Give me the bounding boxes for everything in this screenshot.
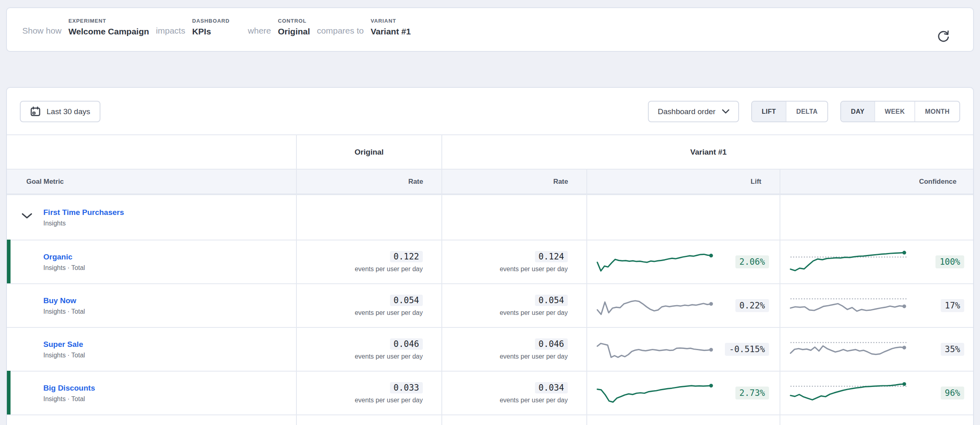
variant-rate-cell: 0.034 events per user per day — [441, 371, 586, 414]
connector-text: Show how — [22, 26, 62, 36]
lift-cell: 2.73% — [586, 371, 780, 414]
partial-row — [7, 414, 974, 425]
toggle-option-month[interactable]: MONTH — [914, 102, 959, 121]
control-value[interactable]: Original — [278, 27, 310, 36]
experiment-selector[interactable]: EXPERIMENT Welcome Campaign — [68, 18, 149, 36]
original-rate-value: 0.054 — [390, 295, 423, 306]
toggle-option-day[interactable]: DAY — [841, 102, 874, 121]
metric-row: Big Discounts Insights · Total 0.033 eve… — [7, 371, 974, 414]
variant-rate-value: 0.124 — [535, 251, 568, 262]
variant-selector[interactable]: VARIANT Variant #1 — [371, 18, 411, 36]
lift-sparkline — [596, 336, 714, 363]
variant-value[interactable]: Variant #1 — [371, 27, 411, 36]
col-lift: Lift — [586, 169, 780, 194]
lift-sparkline — [596, 380, 714, 406]
variant-rate-value: 0.054 — [535, 295, 568, 306]
rate-unit: events per user per day — [500, 397, 568, 404]
table-group-header-row: Original Variant #1 — [7, 134, 974, 169]
report-card: Last 30 days Dashboard order LIFTDELTA D… — [6, 87, 974, 425]
toggle-option-week[interactable]: WEEK — [874, 102, 915, 121]
dashboard-order-dropdown[interactable]: Dashboard order — [648, 101, 739, 122]
original-rate-value: 0.046 — [390, 338, 423, 350]
confidence-value: 17% — [941, 299, 964, 312]
metric-row: Super Sale Insights · Total 0.046 events… — [7, 327, 974, 371]
lift-delta-toggle: LIFTDELTA — [751, 101, 828, 122]
dashboard-value[interactable]: KPIs — [192, 27, 230, 36]
experiment-label: EXPERIMENT — [68, 18, 149, 24]
date-range-button[interactable]: Last 30 days — [20, 101, 100, 122]
experiment-value[interactable]: Welcome Campaign — [68, 27, 149, 36]
row-accent-bar — [7, 240, 11, 284]
confidence-cell: 96% — [780, 371, 974, 414]
control-selector[interactable]: CONTROL Original — [278, 18, 310, 36]
confidence-sparkline — [789, 378, 908, 408]
col-confidence: Confidence — [780, 169, 974, 194]
confidence-cell: 17% — [780, 283, 974, 327]
row-accent-bar — [7, 371, 11, 415]
original-rate-value: 0.033 — [390, 382, 423, 393]
metrics-table: Original Variant #1 Goal Metric Rate Rat… — [7, 134, 974, 425]
confidence-cell: 35% — [780, 327, 974, 371]
variant-rate-cell: 0.124 events per user per day — [441, 240, 586, 283]
variant-label: VARIANT — [371, 18, 411, 24]
empty-cell — [586, 194, 780, 240]
goal-group-row: First Time Purchasers Insights — [7, 194, 974, 240]
original-rate-cell: 0.054 events per user per day — [296, 283, 441, 327]
group-header-original: Original — [296, 134, 441, 169]
metric-subtitle: Insights · Total — [43, 395, 95, 403]
empty-cell — [296, 194, 441, 240]
confidence-value: 96% — [941, 387, 964, 400]
col-goal-metric: Goal Metric — [7, 169, 296, 194]
chevron-down-icon — [21, 213, 32, 219]
variant-rate-value: 0.046 — [535, 338, 568, 350]
lift-cell: 2.06% — [586, 240, 780, 283]
lift-value: 2.73% — [735, 387, 769, 400]
original-rate-cell: 0.033 events per user per day — [296, 371, 441, 414]
original-rate-cell: 0.122 events per user per day — [296, 240, 441, 283]
original-rate-cell: 0.046 events per user per day — [296, 327, 441, 371]
confidence-value: 35% — [941, 343, 964, 356]
goal-metric-link[interactable]: First Time Purchasers — [43, 208, 124, 217]
toggle-option-lift[interactable]: LIFT — [752, 102, 786, 121]
lift-sparkline — [596, 249, 714, 275]
collapse-group-button[interactable] — [21, 213, 32, 220]
toolbar-right-controls: Dashboard order LIFTDELTA DAYWEEKMONTH — [648, 101, 960, 122]
refresh-button[interactable] — [936, 29, 950, 44]
original-rate-value: 0.122 — [390, 251, 423, 262]
connector-text: compares to — [317, 26, 364, 36]
day-week-month-toggle: DAYWEEKMONTH — [840, 101, 960, 122]
chevron-down-icon — [722, 109, 729, 114]
calendar-icon — [30, 106, 41, 117]
empty-cell — [780, 194, 974, 240]
lift-value: 2.06% — [735, 255, 769, 268]
confidence-sparkline — [789, 291, 908, 321]
control-label: CONTROL — [278, 18, 310, 24]
col-original-rate: Rate — [296, 169, 441, 194]
metric-subtitle: Insights · Total — [43, 352, 85, 359]
variant-rate-value: 0.034 — [535, 382, 568, 393]
rate-unit: events per user per day — [355, 353, 423, 360]
metric-link[interactable]: Buy Now — [43, 296, 85, 305]
connector-text: where — [248, 26, 271, 36]
toggle-option-delta[interactable]: DELTA — [786, 102, 827, 121]
dashboard-selector[interactable]: DASHBOARD KPIs — [192, 18, 230, 36]
refresh-icon — [936, 29, 950, 44]
metric-link[interactable]: Big Discounts — [43, 384, 95, 393]
variant-rate-cell: 0.046 events per user per day — [441, 327, 586, 371]
metric-link[interactable]: Super Sale — [43, 340, 85, 349]
date-range-label: Last 30 days — [47, 107, 90, 116]
confidence-sparkline — [789, 247, 908, 277]
rate-unit: events per user per day — [500, 353, 568, 360]
goal-metric-subtitle: Insights — [43, 220, 124, 227]
rate-unit: events per user per day — [500, 266, 568, 273]
table-column-header-row: Goal Metric Rate Rate Lift Confidence — [7, 169, 974, 194]
metric-row: Organic Insights · Total 0.122 events pe… — [7, 240, 974, 283]
dashboard-order-label: Dashboard order — [658, 107, 716, 116]
group-header-variant: Variant #1 — [441, 134, 974, 169]
lift-value: -0.515% — [725, 343, 769, 356]
lift-cell: 0.22% — [586, 283, 780, 327]
lift-value: 0.22% — [735, 299, 769, 312]
metric-link[interactable]: Organic — [43, 253, 85, 261]
rate-unit: events per user per day — [355, 309, 423, 317]
rate-unit: events per user per day — [355, 397, 423, 404]
